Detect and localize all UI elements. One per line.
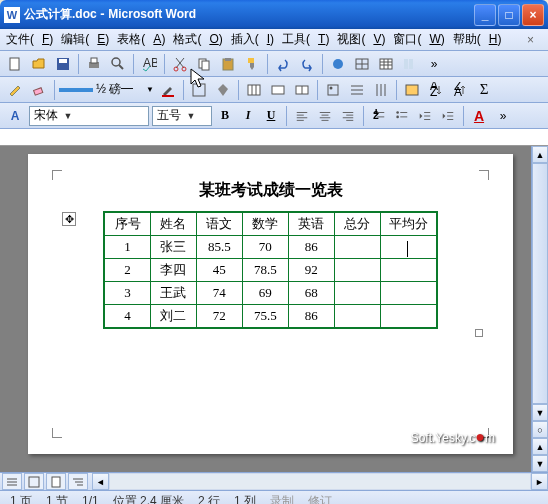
line-weight-dropdown[interactable]: ½ 磅━ ▼ — [95, 79, 155, 101]
print-layout-button[interactable] — [46, 473, 66, 490]
print-button[interactable] — [83, 53, 105, 75]
horizontal-scrollbar[interactable]: ◄ ► — [92, 473, 548, 490]
preview-button[interactable] — [107, 53, 129, 75]
svg-rect-27 — [162, 95, 174, 97]
border-color-button[interactable] — [157, 79, 179, 101]
split-cells-button[interactable] — [291, 79, 313, 101]
font-color-button[interactable]: A — [469, 106, 489, 126]
menubar-close-icon[interactable]: × — [527, 33, 534, 47]
scroll-right-button[interactable]: ► — [531, 473, 548, 490]
numbering-button[interactable]: 12 — [369, 106, 389, 126]
decrease-indent-button[interactable] — [415, 106, 435, 126]
align-left-button[interactable] — [292, 106, 312, 126]
status-record[interactable]: 录制 — [270, 493, 294, 505]
col-header[interactable]: 语文 — [196, 212, 242, 236]
grades-table[interactable]: 序号 姓名 语文 数学 英语 总分 平均分 1张三85.57086 2李四457… — [103, 211, 438, 329]
align-button[interactable] — [322, 79, 344, 101]
format-painter-button[interactable] — [241, 53, 263, 75]
normal-view-button[interactable] — [2, 473, 22, 490]
svg-rect-77 — [29, 477, 39, 487]
redo-button[interactable] — [296, 53, 318, 75]
autosum-button[interactable]: Σ — [473, 79, 495, 101]
save-button[interactable] — [52, 53, 74, 75]
col-header[interactable]: 平均分 — [380, 212, 437, 236]
align-right-button[interactable] — [338, 106, 358, 126]
outline-view-button[interactable] — [68, 473, 88, 490]
outside-border-button[interactable] — [188, 79, 210, 101]
tables-borders-button[interactable] — [351, 53, 373, 75]
menu-tools[interactable]: 工具(T) — [282, 31, 329, 48]
scroll-up-button[interactable]: ▲ — [532, 146, 548, 163]
undo-button[interactable] — [272, 53, 294, 75]
maximize-button[interactable]: □ — [498, 4, 520, 26]
insert-table2-button[interactable] — [243, 79, 265, 101]
paste-button[interactable] — [217, 53, 239, 75]
scroll-down-button[interactable]: ▼ — [532, 404, 548, 421]
autoformat-button[interactable] — [401, 79, 423, 101]
sort-asc-button[interactable]: AZ — [425, 79, 447, 101]
col-header[interactable]: 英语 — [288, 212, 334, 236]
eraser-button[interactable] — [28, 79, 50, 101]
toolbar-more-icon[interactable]: » — [492, 105, 514, 127]
copy-button[interactable] — [193, 53, 215, 75]
menu-help[interactable]: 帮助(H) — [453, 31, 502, 48]
menu-view[interactable]: 视图(V) — [337, 31, 385, 48]
bullets-button[interactable] — [392, 106, 412, 126]
merge-cells-button[interactable] — [267, 79, 289, 101]
next-page-button[interactable]: ▼ — [532, 455, 548, 472]
table-move-handle[interactable]: ✥ — [62, 212, 76, 226]
spellcheck-button[interactable]: AB — [138, 53, 160, 75]
hscroll-track[interactable] — [109, 473, 531, 490]
toolbar-more-icon[interactable]: » — [423, 53, 445, 75]
prev-page-button[interactable]: ▲ — [532, 438, 548, 455]
increase-indent-button[interactable] — [438, 106, 458, 126]
shading-button[interactable] — [212, 79, 234, 101]
minimize-button[interactable]: _ — [474, 4, 496, 26]
col-header[interactable]: 姓名 — [150, 212, 196, 236]
col-header[interactable]: 数学 — [242, 212, 288, 236]
draw-table-button[interactable] — [4, 79, 26, 101]
underline-button[interactable]: U — [261, 106, 281, 126]
italic-button[interactable]: I — [238, 106, 258, 126]
sep — [363, 106, 364, 126]
svg-rect-2 — [59, 59, 67, 63]
col-header[interactable]: 序号 — [104, 212, 150, 236]
document-title[interactable]: 某班考试成绩一览表 — [58, 180, 483, 201]
menu-format[interactable]: 格式(O) — [173, 31, 222, 48]
line-color-swatch[interactable] — [59, 88, 93, 92]
bold-button[interactable]: B — [215, 106, 235, 126]
horizontal-ruler[interactable] — [0, 129, 548, 146]
new-doc-button[interactable] — [4, 53, 26, 75]
open-button[interactable] — [28, 53, 50, 75]
font-combo[interactable]: 宋体▼ — [29, 106, 149, 126]
scroll-thumb[interactable] — [532, 163, 548, 404]
menu-file[interactable]: 文件(F) — [6, 31, 53, 48]
document-scroll[interactable]: ✥ 某班考试成绩一览表 序号 姓名 语文 数学 英语 总分 平均分 1张三85.… — [0, 146, 531, 472]
scroll-left-button[interactable]: ◄ — [92, 473, 109, 490]
sep — [164, 54, 165, 74]
cut-button[interactable] — [169, 53, 191, 75]
table-resize-handle[interactable] — [475, 329, 483, 337]
menu-table[interactable]: 表格(A) — [117, 31, 165, 48]
style-icon[interactable]: A — [4, 105, 26, 127]
insert-table-button[interactable] — [375, 53, 397, 75]
align-center-button[interactable] — [315, 106, 335, 126]
sort-desc-button[interactable]: ZA — [449, 79, 471, 101]
status-track[interactable]: 修订 — [308, 493, 332, 505]
web-view-button[interactable] — [24, 473, 44, 490]
hyperlink-button[interactable] — [327, 53, 349, 75]
menu-insert[interactable]: 插入(I) — [231, 31, 274, 48]
close-button[interactable]: × — [522, 4, 544, 26]
svg-rect-24 — [404, 59, 408, 69]
font-size-combo[interactable]: 五号▼ — [152, 106, 212, 126]
status-page: 1 页 — [10, 493, 32, 505]
menu-window[interactable]: 窗口(W) — [393, 31, 444, 48]
columns-button[interactable] — [399, 53, 421, 75]
col-header[interactable]: 总分 — [334, 212, 380, 236]
browse-object-button[interactable]: ○ — [532, 421, 548, 438]
distribute-cols-button[interactable] — [370, 79, 392, 101]
distribute-rows-button[interactable] — [346, 79, 368, 101]
vertical-scrollbar[interactable]: ▲ ▼ ○ ▲ ▼ — [531, 146, 548, 472]
menu-edit[interactable]: 编辑(E) — [61, 31, 109, 48]
svg-rect-43 — [406, 85, 418, 95]
